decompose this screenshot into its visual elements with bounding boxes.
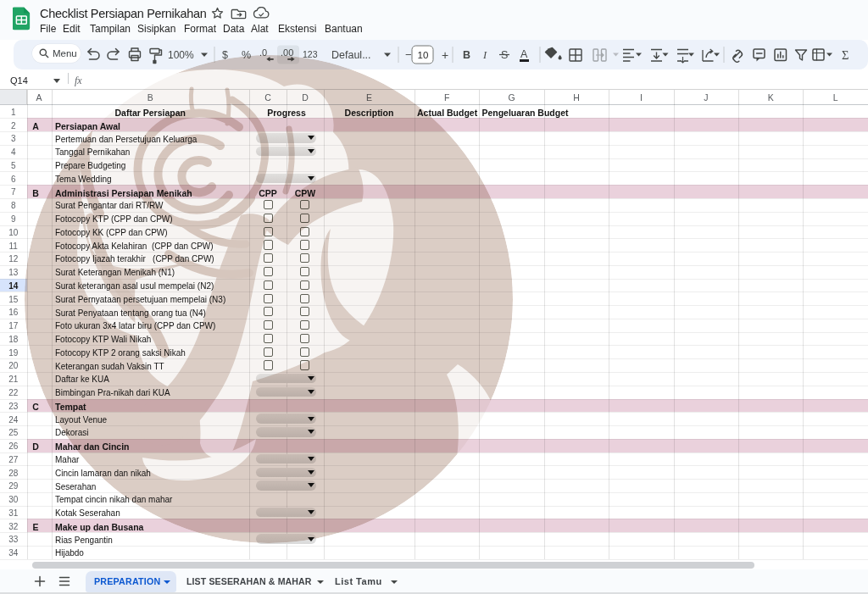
svg-text:Defaul...: Defaul... [331, 49, 371, 61]
svg-text:.0: .0 [259, 47, 267, 58]
svg-text:.00: .00 [281, 47, 293, 58]
svg-text:I: I [482, 49, 487, 61]
svg-text:123: 123 [303, 49, 318, 59]
svg-text:A: A [520, 47, 528, 59]
svg-text:10: 10 [418, 50, 429, 60]
svg-text:Σ: Σ [842, 48, 849, 62]
svg-text:%: % [242, 49, 251, 61]
svg-text:+: + [442, 47, 448, 61]
svg-text:B: B [463, 49, 470, 61]
svg-text:100%: 100% [168, 49, 194, 61]
svg-text:−: − [405, 47, 412, 60]
svg-text:$: $ [222, 49, 228, 61]
